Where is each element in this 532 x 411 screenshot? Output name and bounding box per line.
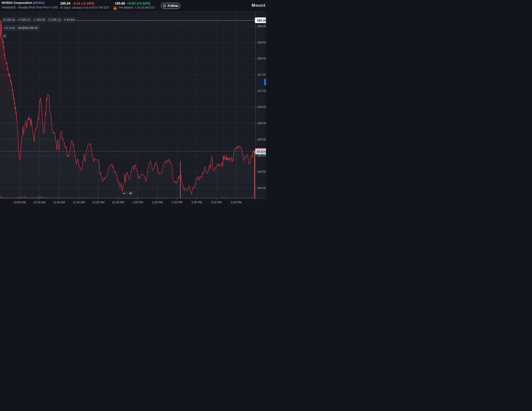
svg-text:10:00 AM: 10:00 AM: [14, 201, 26, 204]
svg-text:186.50: 186.50: [257, 105, 266, 109]
svg-text:184.50: 184.50: [257, 170, 266, 174]
svg-text:186.00: 186.00: [257, 122, 266, 125]
svg-text:1:00 PM: 1:00 PM: [132, 201, 143, 204]
svg-text:185.00: 185.00: [257, 154, 266, 157]
svg-text:2:30 PM: 2:30 PM: [191, 201, 202, 204]
svg-text:185.50: 185.50: [257, 138, 266, 141]
svg-text:1:30 PM: 1:30 PM: [152, 201, 163, 204]
svg-text:189.00: 189.00: [257, 25, 266, 28]
svg-text:188.50: 188.50: [257, 41, 266, 44]
svg-text:44.81M: 44.81M: [257, 150, 266, 153]
svg-text:12:30 PM: 12:30 PM: [112, 201, 124, 204]
svg-text:187.50: 187.50: [257, 73, 266, 77]
svg-text:188.00: 188.00: [257, 57, 266, 60]
svg-text:11:00 AM: 11:00 AM: [53, 201, 65, 204]
svg-text:2:00 PM: 2:00 PM: [172, 201, 182, 204]
svg-text:184.00: 184.00: [257, 186, 266, 190]
svg-text:11:30 AM: 11:30 AM: [73, 201, 85, 204]
svg-text:3:30 PM: 3:30 PM: [231, 201, 241, 204]
svg-text:187.00: 187.00: [257, 89, 266, 93]
svg-text:12:00 PM: 12:00 PM: [92, 201, 104, 204]
svg-text:189.18: 189.18: [257, 19, 266, 22]
svg-text:10:30 AM: 10:30 AM: [33, 201, 46, 204]
svg-text:3:00 PM: 3:00 PM: [211, 201, 222, 204]
